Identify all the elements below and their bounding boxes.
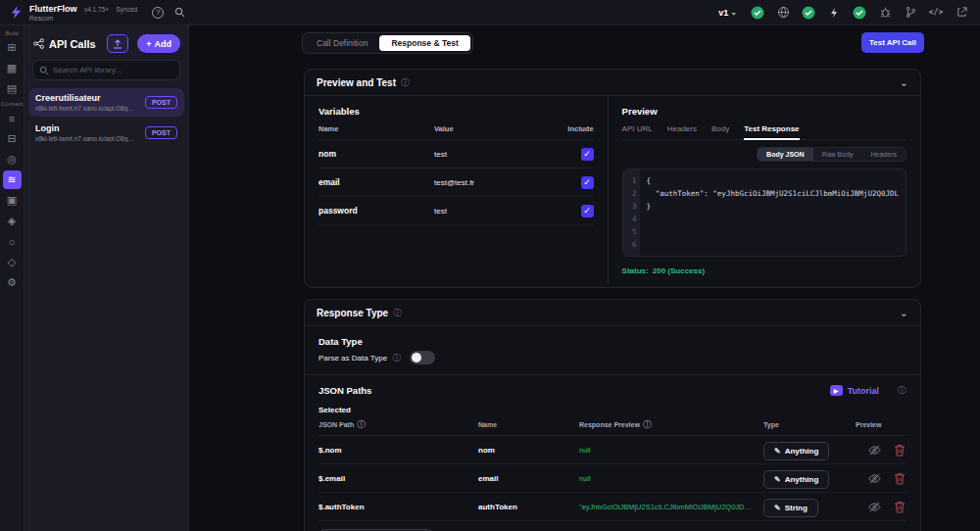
tab-api-url[interactable]: API URL bbox=[622, 124, 653, 139]
tab-headers[interactable]: Headers bbox=[667, 124, 697, 139]
build-status-check-button[interactable] bbox=[851, 4, 868, 22]
response-body-tabs: Body JSON Raw Body Headers bbox=[622, 147, 906, 162]
preview-visibility-button[interactable] bbox=[856, 472, 893, 485]
info-icon[interactable]: ⓘ bbox=[898, 386, 906, 395]
info-icon[interactable]: ⓘ bbox=[643, 420, 652, 429]
api-item-text: Creerutilisateur x8ki-letl-twmt.n7.xano.… bbox=[35, 93, 135, 112]
type-selector-button[interactable]: ✎String bbox=[763, 499, 818, 517]
api-list-item-creerutilisateur[interactable]: Creerutilisateur x8ki-letl-twmt.n7.xano.… bbox=[28, 88, 184, 117]
api-list-item-login[interactable]: Login x8ki-letl-twmt.n7.xano.io/api:O8gS… bbox=[28, 119, 184, 147]
json-path-name[interactable]: nom bbox=[478, 446, 579, 455]
info-icon[interactable]: ⓘ bbox=[401, 78, 410, 87]
json-path-value[interactable]: $.authToken bbox=[318, 503, 478, 511]
col-include: Include bbox=[553, 124, 594, 133]
dashboard-icon[interactable]: ⊞ bbox=[3, 38, 22, 57]
bug-report-button[interactable] bbox=[876, 4, 894, 22]
type-selector-button[interactable]: ✎Anything bbox=[763, 442, 829, 460]
help-button[interactable]: ? bbox=[149, 4, 167, 22]
api-calls-icon[interactable]: ≋ bbox=[3, 170, 22, 189]
tab-body[interactable]: Body bbox=[711, 124, 729, 139]
delete-path-button[interactable] bbox=[893, 501, 906, 513]
response-preview-value: null bbox=[579, 474, 763, 483]
storyboard-icon[interactable]: ▤ bbox=[3, 79, 22, 98]
delete-path-button[interactable] bbox=[893, 472, 906, 485]
view-code-button[interactable]: </> bbox=[927, 4, 945, 22]
tutorial-link[interactable]: ▶ Tutorial bbox=[830, 385, 879, 396]
rail-connect-label: Connect bbox=[1, 101, 23, 107]
variables-title: Variables bbox=[318, 106, 594, 117]
preview-visibility-button[interactable] bbox=[856, 444, 893, 457]
collapse-chevron-icon[interactable]: ⌄ bbox=[900, 310, 908, 315]
parse-data-type-toggle[interactable] bbox=[410, 351, 435, 364]
publish-status-check-button[interactable] bbox=[800, 4, 817, 22]
line-number: 2 bbox=[626, 187, 637, 200]
response-json-viewer[interactable]: 1 2 3 4 5 6 { "authToken": "eyJhbGciOiJB… bbox=[622, 169, 906, 257]
search-icon bbox=[39, 66, 49, 75]
json-path-row: $.authToken authToken "eyJhbGciOiJBMjU2S… bbox=[318, 493, 906, 521]
variable-value[interactable]: test bbox=[434, 150, 553, 159]
include-checkbox[interactable]: ✓ bbox=[581, 205, 594, 217]
data-schema-icon[interactable]: ≡ bbox=[3, 109, 22, 127]
search-input[interactable] bbox=[53, 66, 171, 74]
method-badge: POST bbox=[145, 96, 177, 109]
open-app-button[interactable] bbox=[953, 4, 970, 22]
database-icon[interactable]: ⊟ bbox=[3, 129, 22, 148]
variable-value[interactable]: test bbox=[434, 207, 553, 216]
json-path-value[interactable]: $.nom bbox=[318, 446, 478, 455]
sync-status-check-button[interactable] bbox=[749, 4, 766, 22]
tab-response-headers[interactable]: Headers bbox=[862, 148, 906, 161]
json-path-name[interactable]: authToken bbox=[478, 503, 579, 511]
settings-icon[interactable]: ⚙ bbox=[3, 273, 22, 292]
nav-rail: Build ⊞ ▦ ▤ Connect ≡ ⊟ ◎ ≋ ▣ ◈ ○ ◇ ⚙ bbox=[0, 25, 24, 531]
test-api-call-button[interactable]: Test API Call bbox=[861, 32, 924, 53]
data-type-section: Data Type Parse as Data Type ⓘ bbox=[305, 326, 920, 374]
trash-icon bbox=[894, 501, 906, 513]
json-path-value[interactable]: $.email bbox=[318, 474, 478, 483]
variables-table-header: Name Value Include bbox=[318, 124, 594, 140]
check-circle-icon bbox=[802, 6, 815, 20]
media-assets-icon[interactable]: ▣ bbox=[3, 191, 22, 210]
include-checkbox[interactable]: ✓ bbox=[581, 148, 594, 161]
version-selector[interactable]: v1 ⌄ bbox=[718, 8, 737, 18]
data-type-title: Data Type bbox=[318, 336, 906, 347]
app-state-icon[interactable]: ◎ bbox=[3, 150, 22, 169]
type-label: Anything bbox=[785, 475, 819, 484]
variable-row: nom test ✓ bbox=[318, 140, 594, 169]
preview-card-title: Preview and Test bbox=[317, 77, 396, 88]
preview-visibility-button[interactable] bbox=[856, 501, 893, 513]
col-name: Name bbox=[318, 124, 434, 133]
add-api-call-button[interactable]: + Add bbox=[137, 34, 180, 53]
import-api-button[interactable] bbox=[107, 34, 128, 53]
col-type: Type bbox=[763, 421, 856, 428]
flutterflow-logo-icon[interactable] bbox=[8, 5, 24, 21]
json-path-name[interactable]: email bbox=[478, 474, 579, 483]
cloud-functions-icon[interactable]: ○ bbox=[3, 232, 22, 251]
include-checkbox[interactable]: ✓ bbox=[581, 176, 594, 189]
collapse-chevron-icon[interactable]: ⌄ bbox=[900, 79, 908, 85]
col-json-path: JSON Path bbox=[318, 421, 354, 428]
run-optimizations-button[interactable] bbox=[825, 4, 843, 22]
tab-response-and-test[interactable]: Response & Test bbox=[379, 35, 469, 51]
type-selector-button[interactable]: ✎Anything bbox=[763, 470, 829, 489]
info-icon[interactable]: ⓘ bbox=[357, 420, 366, 429]
widget-tree-icon[interactable]: ▦ bbox=[3, 59, 22, 77]
integrations-icon[interactable]: ◇ bbox=[3, 253, 22, 271]
parse-as-data-type-row: Parse as Data Type ⓘ bbox=[318, 351, 906, 364]
info-icon[interactable]: ⓘ bbox=[392, 354, 401, 362]
branching-button[interactable] bbox=[902, 4, 919, 22]
tab-body-json[interactable]: Body JSON bbox=[758, 148, 813, 161]
check-icon: ✓ bbox=[583, 150, 591, 159]
col-preview: Preview bbox=[856, 421, 893, 428]
tab-test-response[interactable]: Test Response bbox=[744, 124, 799, 140]
info-icon[interactable]: ⓘ bbox=[393, 309, 402, 317]
tab-call-definition[interactable]: Call Definition bbox=[305, 35, 379, 51]
version-selector-label: v1 bbox=[718, 8, 728, 18]
line-number: 3 bbox=[626, 200, 637, 213]
variable-value[interactable]: test@test.fr bbox=[434, 178, 553, 187]
json-paths-title: JSON Paths bbox=[318, 385, 825, 396]
custom-code-icon[interactable]: ◈ bbox=[3, 212, 22, 230]
search-button[interactable] bbox=[171, 4, 188, 22]
delete-path-button[interactable] bbox=[893, 444, 906, 457]
language-button[interactable] bbox=[774, 4, 792, 22]
tab-raw-body[interactable]: Raw Body bbox=[813, 148, 862, 161]
